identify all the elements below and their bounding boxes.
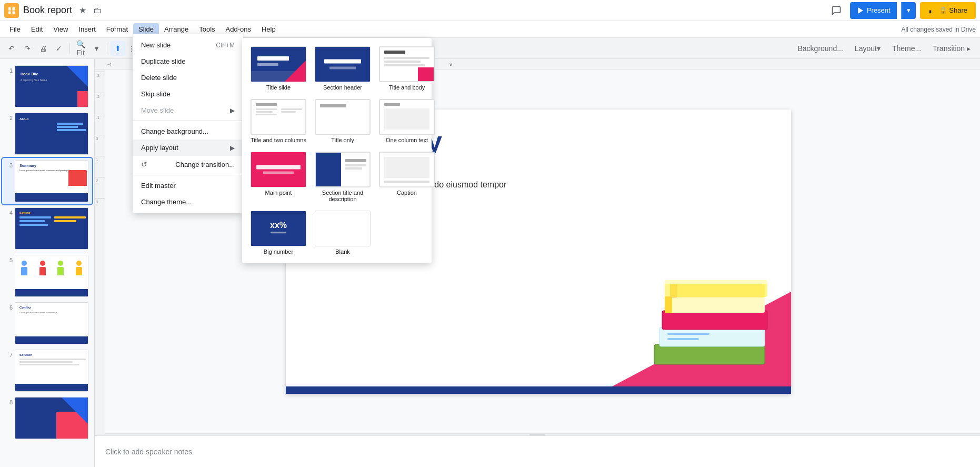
zoom-control[interactable]: 🔍 Fit ▾ <box>73 41 104 56</box>
layout-two-columns[interactable]: Title and two columns <box>248 97 308 145</box>
comment-button[interactable] <box>827 1 846 20</box>
share-label: 🔒 Share <box>939 6 967 14</box>
menu-move-slide[interactable]: Move slide ▶ <box>133 102 243 118</box>
svg-rect-0 <box>8 7 11 11</box>
menu-format[interactable]: Format <box>101 23 133 35</box>
slide-thumb-6[interactable]: 6 Conflict Lorem ipsum dolor sit amet, c… <box>2 300 92 346</box>
layout-label-section-desc: Section title and description <box>315 190 371 202</box>
menu-edit[interactable]: Edit <box>26 23 48 35</box>
toolbar-spellcheck[interactable]: ✓ <box>52 41 66 56</box>
layout-label-title-only: Title only <box>331 137 354 143</box>
layout-one-column[interactable]: One column text <box>377 97 437 145</box>
notes-area[interactable]: Click to add speaker notes <box>95 435 980 467</box>
menu-change-background[interactable]: Change background... <box>133 123 243 140</box>
layout-blank[interactable]: Blank <box>313 208 373 257</box>
menu-apply-layout[interactable]: Apply layout ▶ <box>133 140 243 156</box>
svg-rect-11 <box>667 333 709 335</box>
slide-thumb-7[interactable]: 7 Solution <box>2 347 92 394</box>
slide-panel: 1 Book Title A report by Your Name 2 Abo… <box>0 59 95 467</box>
svg-rect-13 <box>662 311 767 330</box>
menu-help[interactable]: Help <box>256 23 281 35</box>
layout-grid: Title slide Section header <box>248 44 425 257</box>
slide-num-5: 5 <box>4 255 13 263</box>
svg-rect-7 <box>654 344 765 364</box>
slide-thumb-5[interactable]: 5 <box>2 253 92 299</box>
layout-label-one-column: One column text <box>386 137 428 143</box>
menu-change-theme-label: Change theme... <box>141 198 192 206</box>
layout-label-two-columns: Title and two columns <box>251 137 306 143</box>
slide-thumb-8[interactable]: 8 <box>2 395 92 441</box>
slide-preview-4: Setting <box>15 207 88 250</box>
svg-rect-5 <box>929 10 931 13</box>
layout-submenu: Title slide Section header <box>242 38 432 263</box>
theme-btn[interactable]: Theme... <box>887 41 926 56</box>
slide-thumb-3[interactable]: 3 Summary Lorem ipsum dolor sit amet, co… <box>2 158 92 204</box>
menu-skip-slide[interactable]: Skip slide <box>133 86 243 102</box>
slide-preview-6: Conflict Lorem ipsum dolor sit amet, con… <box>15 302 88 344</box>
menu-delete-slide[interactable]: Delete slide <box>133 69 243 86</box>
slide-num-4: 4 <box>4 207 13 216</box>
menu-view[interactable]: View <box>48 23 73 35</box>
slide-preview-5 <box>15 255 88 297</box>
layout-title-slide[interactable]: Title slide <box>248 44 308 93</box>
toolbar-redo[interactable]: ↷ <box>20 41 35 56</box>
slide-context-menu: New slide Ctrl+M Duplicate slide Delete … <box>133 34 243 213</box>
present-dropdown-button[interactable]: ▾ <box>901 2 916 19</box>
slide-preview-2: About <box>15 113 88 155</box>
menu-insert[interactable]: Insert <box>73 23 101 35</box>
svg-marker-4 <box>858 7 863 14</box>
present-button[interactable]: Present <box>850 2 897 19</box>
layout-caption[interactable]: Caption <box>377 150 437 204</box>
cursor-tool[interactable]: ⬆ <box>111 41 125 56</box>
slide-thumb-1[interactable]: 1 Book Title A report by Your Name <box>2 63 92 110</box>
background-btn[interactable]: Background... <box>792 41 848 56</box>
transition-btn[interactable]: Transition ▸ <box>927 41 976 56</box>
toolbar-print[interactable]: 🖨 <box>36 41 51 56</box>
svg-rect-9 <box>659 327 765 346</box>
layout-section-header[interactable]: Section header <box>313 44 373 93</box>
menu-new-slide-label: New slide <box>141 41 171 49</box>
menu-new-slide[interactable]: New slide Ctrl+M <box>133 37 243 53</box>
layout-thumb-title-body <box>379 46 435 82</box>
title-bar: Book report ★ 🗀 Present ▾ 🔒 Share <box>0 0 980 21</box>
layout-big-number[interactable]: xx% Big number <box>248 208 308 257</box>
zoom-dropdown[interactable]: ▾ <box>89 41 104 56</box>
menu-move-slide-label: Move slide <box>141 106 174 114</box>
layout-thumb-caption <box>379 152 435 187</box>
layout-main-point[interactable]: Main point <box>248 150 308 204</box>
menu-change-background-label: Change background... <box>141 127 208 135</box>
slide-num-2: 2 <box>4 113 13 121</box>
layout-thumb-blank <box>315 211 371 246</box>
svg-rect-15 <box>665 296 765 313</box>
layout-label-big-number: Big number <box>264 249 293 255</box>
layout-thumb-one-column <box>379 99 435 135</box>
layout-thumb-title-only <box>315 99 371 135</box>
slide-preview-1: Book Title A report by Your Name <box>15 65 88 107</box>
share-button[interactable]: 🔒 Share <box>920 2 976 19</box>
layout-title-only[interactable]: Title only <box>313 97 373 145</box>
menu-duplicate-slide[interactable]: Duplicate slide <box>133 53 243 69</box>
menu-new-slide-shortcut: Ctrl+M <box>216 42 235 49</box>
zoom-btn[interactable]: 🔍 Fit <box>73 41 88 56</box>
menu-change-transition-label: Change transition... <box>175 161 235 168</box>
folder-button[interactable]: 🗀 <box>91 4 104 17</box>
menu-change-theme[interactable]: Change theme... <box>133 194 243 210</box>
layout-btn[interactable]: Layout▾ <box>849 41 886 56</box>
notes-placeholder: Click to add speaker notes <box>105 448 192 456</box>
star-button[interactable]: ★ <box>76 4 89 17</box>
toolbar-undo[interactable]: ↶ <box>4 41 19 56</box>
menu-file[interactable]: File <box>4 23 26 35</box>
slide-thumb-4[interactable]: 4 Setting <box>2 205 92 252</box>
menu-change-transition[interactable]: ↺ Change transition... <box>133 156 243 173</box>
slide-thumb-2[interactable]: 2 About <box>2 111 92 157</box>
slide-num-1: 1 <box>4 65 13 74</box>
layout-section-desc[interactable]: Section title and description <box>313 150 373 204</box>
slide-num-8: 8 <box>4 397 13 405</box>
layout-title-body[interactable]: Title and body <box>377 44 437 93</box>
menu-edit-master-label: Edit master <box>141 182 176 190</box>
svg-rect-16 <box>665 296 672 313</box>
autosave-status: All changes saved in Drive <box>902 26 976 33</box>
document-title[interactable]: Book report <box>23 5 72 16</box>
slide-num-7: 7 <box>4 350 13 358</box>
menu-edit-master[interactable]: Edit master <box>133 177 243 194</box>
